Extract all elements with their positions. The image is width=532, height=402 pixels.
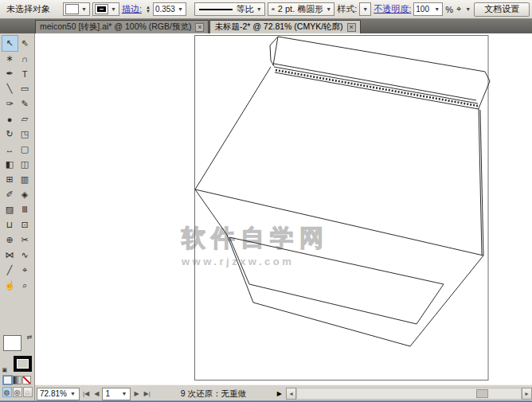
fill-color-combo[interactable]: ▼	[63, 2, 90, 16]
status-flyout-icon[interactable]: ▶	[277, 390, 282, 397]
canvas[interactable]: 软件自学网 www.rjzxw.com	[35, 33, 532, 384]
chevron-down-icon: ▼	[120, 391, 127, 396]
wireframe-path	[195, 189, 253, 302]
perspective-grid-tool[interactable]: ◫	[18, 157, 33, 172]
rotate-tool[interactable]: ↻	[2, 127, 18, 142]
scrollbar-track[interactable]	[296, 388, 522, 400]
status-bar: 72.81% ▼ |◀ ◀ 1 ▼ ▶ ▶| 9 次还原：无重做 ▶ ◂ ▸	[35, 384, 532, 402]
horizontal-scrollbar[interactable]: ◂ ▸	[286, 388, 532, 400]
document-tab-bar: meicon50 [转换].ai* @ 100% (RGB/预览) × 未标题-…	[0, 19, 532, 33]
gradient-tool[interactable]: ▥	[18, 172, 33, 187]
eyedropper-tool[interactable]: ✐	[2, 187, 18, 202]
opacity-unit-label: %	[445, 5, 453, 14]
zoom-tool[interactable]: ⌕	[18, 278, 33, 293]
opacity-combo[interactable]: 100 ▼	[413, 2, 443, 16]
free-transform-tool[interactable]: ▢	[18, 142, 33, 157]
scale-tool[interactable]: ◳	[18, 127, 33, 142]
stroke-color-swatch[interactable]	[95, 4, 108, 14]
stroke-weight-stepper[interactable]: ▲ ▼	[146, 6, 151, 14]
artwork-svg	[35, 33, 532, 384]
brush-definition-combo[interactable]: 2 pt. 椭圆形 ▼	[268, 2, 334, 16]
warp-tool[interactable]: ⋈	[2, 248, 18, 263]
style-combo[interactable]: ▼	[359, 2, 371, 16]
spinner-down-icon[interactable]: ▼	[146, 10, 151, 14]
pen-tool[interactable]: ✒	[2, 66, 18, 81]
paintbrush-tool[interactable]: ✑	[2, 96, 18, 111]
shape-builder-tool[interactable]: ◧	[2, 157, 18, 172]
width-profile-combo[interactable]: 等比 ▼	[194, 2, 265, 16]
close-icon[interactable]: ×	[347, 23, 356, 32]
hand-tool[interactable]: ☝	[2, 278, 18, 293]
rectangle-tool[interactable]: ▭	[18, 81, 33, 96]
previous-artboard-button[interactable]: ◀	[92, 390, 100, 397]
wireframe-path	[195, 189, 483, 256]
blend-tool[interactable]: ◈	[18, 187, 33, 202]
stroke-weight-value: 0.353	[155, 5, 175, 14]
wireframe-path	[195, 67, 271, 189]
draw-inside-mode-button[interactable]: ◌	[23, 387, 33, 397]
symbol-sprayer-tool[interactable]: ▨	[2, 202, 18, 217]
wireframe-path	[479, 108, 482, 256]
measure-tool[interactable]: ⌖	[18, 263, 33, 278]
fill-swatch[interactable]	[3, 335, 22, 351]
gradient-button[interactable]	[13, 376, 22, 384]
none-button[interactable]	[22, 376, 31, 384]
blob-brush-tool[interactable]: ●	[2, 111, 18, 127]
draw-normal-mode-button[interactable]: ◍	[2, 387, 12, 397]
chevron-down-icon[interactable]: ▼	[464, 6, 471, 12]
wireframe-path	[253, 302, 410, 346]
lasso-tool[interactable]: ∩	[18, 51, 33, 66]
artboard-number-combo[interactable]: 1 ▼	[102, 388, 131, 400]
mesh-tool[interactable]: ⊞	[2, 172, 18, 187]
zoom-level-value: 72.81%	[40, 389, 67, 398]
last-artboard-button[interactable]: ▶|	[143, 390, 152, 397]
document-setup-button[interactable]: 文档设置	[474, 2, 530, 17]
stroke-weight-combo[interactable]: 0.353 ▼	[153, 2, 186, 16]
magic-wand-tool[interactable]: ∗	[2, 51, 18, 66]
toolbox-panel: ↖⇖∗∩✒T╲▭✑✎●▱↻◳↔▢◧◫⊞▥✐◈▨Ⅲ⊔⊡⊕✂⋈∿╱⌖☝⌕ ⇄ ▣ ◍…	[0, 33, 35, 402]
default-fill-stroke-icon[interactable]: ▣	[2, 367, 8, 373]
draw-behind-mode-button[interactable]: ◎	[13, 387, 22, 397]
status-message: 9 次还原：无重做	[154, 388, 273, 400]
wireframe-path	[229, 237, 444, 324]
stroke-panel-link[interactable]: 描边:	[122, 3, 142, 15]
eraser-tool[interactable]: ▱	[18, 111, 33, 127]
pencil-tool[interactable]: ✎	[18, 96, 33, 111]
scroll-right-icon[interactable]: ▸	[522, 388, 532, 400]
color-button[interactable]	[3, 376, 12, 384]
scroll-left-icon[interactable]: ◂	[286, 388, 296, 400]
live-paint-selection-tool[interactable]: ⊡	[18, 217, 33, 232]
zoom-level-combo[interactable]: 72.81% ▼	[37, 388, 80, 400]
live-paint-bucket-tool[interactable]: ⊔	[2, 217, 18, 232]
select-similar-icon[interactable]: ⌖	[456, 4, 462, 14]
fill-color-swatch[interactable]	[65, 4, 79, 14]
chevron-down-icon: ▼	[110, 6, 117, 12]
knife-tool[interactable]: ╱	[2, 263, 18, 278]
wireframe-path	[276, 70, 478, 106]
chevron-down-icon: ▼	[177, 6, 184, 12]
direct-selection-tool[interactable]: ⇖	[18, 36, 33, 51]
document-tab-meicon50[interactable]: meicon50 [转换].ai* @ 100% (RGB/预览) ×	[35, 20, 209, 33]
chevron-down-icon: ▼	[433, 6, 440, 12]
document-tab-untitled-2[interactable]: 未标题-2* @ 72.81% (CMYK/轮廓) ×	[209, 20, 360, 33]
close-icon[interactable]: ×	[195, 23, 204, 32]
slice-tool[interactable]: ✂	[18, 232, 33, 248]
line-segment-tool[interactable]: ╲	[2, 81, 18, 96]
wrinkle-tool[interactable]: ∿	[18, 248, 33, 263]
scrollbar-thumb[interactable]	[476, 389, 488, 398]
stroke-color-combo[interactable]: ▼	[92, 2, 119, 16]
swap-fill-stroke-icon[interactable]: ⇄	[27, 334, 33, 341]
artboard-tool[interactable]: ⊕	[2, 232, 18, 248]
selection-tool[interactable]: ↖	[2, 36, 18, 51]
type-tool[interactable]: T	[18, 66, 33, 81]
next-artboard-button[interactable]: ▶	[132, 390, 140, 397]
chevron-down-icon: ▼	[69, 391, 76, 396]
width-tool[interactable]: ↔	[2, 142, 18, 157]
opacity-panel-link[interactable]: 不透明度:	[374, 3, 411, 15]
fill-stroke-indicator: ⇄ ▣	[3, 335, 32, 372]
chevron-down-icon: ▼	[256, 6, 263, 12]
stroke-swatch[interactable]	[14, 356, 32, 372]
control-bar: 未选择对象 ▼ ▼ 描边: ▲ ▼ 0.353 ▼ 等比 ▼ 2 pt. 椭圆形…	[0, 0, 532, 19]
first-artboard-button[interactable]: |◀	[81, 390, 91, 397]
column-graph-tool[interactable]: Ⅲ	[18, 202, 33, 217]
